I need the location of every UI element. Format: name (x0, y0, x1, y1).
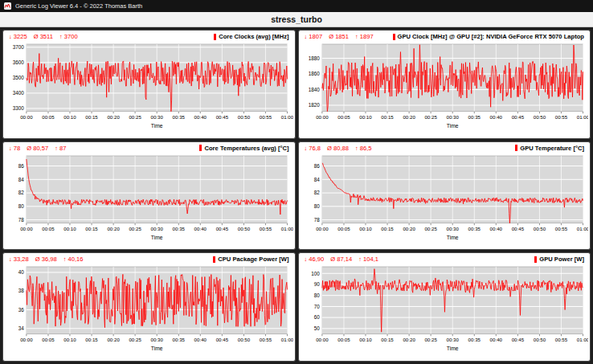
chart-title: Core Temperatures (avg) [°C] (199, 145, 288, 152)
svg-text:3400: 3400 (13, 90, 25, 96)
svg-text:00:55: 00:55 (554, 114, 567, 120)
stat-avg: 80,88 (333, 145, 349, 152)
max-arrow-icon: ↑ (59, 33, 63, 40)
stat-min: 33,28 (14, 256, 29, 263)
chart-panel-cpu-power: ↓33,28 Ø36,98 ↑40,16 CPU Package Power [… (2, 252, 296, 362)
svg-text:84: 84 (313, 176, 320, 182)
stat-max: 1897 (360, 33, 374, 40)
svg-text:00:35: 00:35 (173, 226, 186, 231)
chart-stats: ↓3225 Ø3511 ↑3700 (9, 33, 78, 40)
avg-symbol-icon: Ø (34, 33, 39, 40)
svg-text:00:45: 00:45 (216, 337, 229, 343)
svg-text:01:00: 01:00 (281, 226, 293, 231)
min-arrow-icon: ↓ (305, 145, 308, 152)
svg-text:01:00: 01:00 (281, 114, 293, 120)
svg-text:Time: Time (151, 346, 163, 351)
chart-area: 3300340035003600370000:0000:0500:1000:15… (3, 41, 295, 138)
chart-title: GPU Power [W] (534, 256, 584, 263)
svg-text:01:00: 01:00 (576, 114, 588, 120)
chart-area: 3436384000:0000:0500:1000:1500:2000:2500… (3, 264, 295, 361)
svg-text:00:50: 00:50 (238, 114, 251, 120)
svg-text:01:00: 01:00 (576, 226, 588, 231)
svg-text:00:30: 00:30 (446, 337, 459, 343)
chart-title-text: Core Temperatures (avg) [°C] (204, 145, 288, 152)
svg-text:00:35: 00:35 (173, 337, 186, 343)
chart-svg[interactable]: 3300340035003600370000:0000:0500:1000:15… (5, 41, 293, 137)
svg-text:00:25: 00:25 (424, 114, 437, 120)
svg-text:86: 86 (313, 163, 320, 169)
stat-avg: 80,57 (33, 145, 48, 152)
min-arrow-icon: ↓ (9, 256, 12, 263)
chart-title: CPU Package Power [W] (213, 256, 288, 263)
chart-panel-gpu-temp: ↓76,8 Ø80,88 ↑86,5 GPU Temperature [°C] … (298, 141, 591, 251)
app-icon (4, 2, 11, 10)
svg-text:00:10: 00:10 (359, 114, 372, 120)
svg-text:00:35: 00:35 (468, 226, 481, 231)
svg-text:00:25: 00:25 (129, 337, 141, 343)
chart-header: ↓46,90 Ø87,14 ↑104,1 GPU Power [W] (299, 253, 591, 264)
svg-text:00:45: 00:45 (511, 337, 524, 343)
svg-text:00:30: 00:30 (446, 226, 459, 231)
svg-text:00:00: 00:00 (20, 114, 33, 120)
svg-text:00:45: 00:45 (216, 114, 229, 120)
svg-text:70: 70 (313, 304, 320, 309)
chart-stats: ↓1807 Ø1851 ↑1897 (305, 33, 374, 40)
svg-text:Time: Time (446, 123, 458, 129)
max-arrow-icon: ↑ (355, 33, 358, 40)
svg-text:50: 50 (313, 325, 320, 331)
chart-header: ↓3225 Ø3511 ↑3700 Core Clocks (avg) [MHz… (3, 31, 295, 41)
chart-svg[interactable]: 788082848600:0000:0500:1000:1500:2000:25… (5, 153, 293, 249)
svg-text:40: 40 (18, 270, 25, 276)
stat-min: 76,8 (309, 145, 321, 152)
svg-text:00:50: 00:50 (238, 226, 251, 231)
max-arrow-icon: ↑ (358, 256, 362, 263)
stat-max: 3700 (64, 33, 78, 40)
svg-text:78: 78 (313, 217, 320, 223)
stat-min: 46,90 (309, 256, 324, 263)
svg-text:00:40: 00:40 (489, 226, 502, 231)
chart-svg[interactable]: 506070809010000:0000:0500:1000:1500:2000… (301, 264, 589, 360)
stat-avg: 1851 (335, 33, 349, 40)
svg-text:00:15: 00:15 (85, 114, 98, 120)
svg-text:00:55: 00:55 (260, 337, 272, 343)
svg-text:1860: 1860 (308, 71, 320, 76)
max-arrow-icon: ↑ (63, 256, 67, 263)
chart-svg[interactable]: 788082848600:0000:0500:1000:1500:2000:25… (301, 153, 589, 249)
chart-svg[interactable]: 182018401860188000:0000:0500:1000:1500:2… (301, 41, 589, 137)
svg-text:00:00: 00:00 (316, 114, 329, 120)
svg-text:00:25: 00:25 (129, 114, 141, 120)
svg-text:00:40: 00:40 (489, 337, 502, 343)
svg-text:00:50: 00:50 (238, 337, 251, 343)
svg-text:00:55: 00:55 (260, 226, 272, 231)
svg-text:01:00: 01:00 (576, 337, 588, 343)
chart-area: 788082848600:0000:0500:1000:1500:2000:25… (299, 153, 591, 250)
stat-avg: 3511 (40, 33, 53, 40)
chart-area: 506070809010000:0000:0500:1000:1500:2000… (299, 264, 591, 361)
svg-text:82: 82 (18, 190, 25, 195)
svg-text:80: 80 (18, 203, 25, 209)
svg-text:36: 36 (18, 307, 25, 313)
chart-title-text: CPU Package Power [W] (218, 256, 288, 263)
stat-max: 104,1 (363, 256, 378, 263)
svg-text:Time: Time (446, 234, 458, 239)
stat-max: 86,5 (360, 145, 372, 152)
svg-text:00:00: 00:00 (316, 337, 329, 343)
series-legend-marker (515, 145, 517, 151)
series-legend-marker (214, 34, 216, 40)
svg-text:3300: 3300 (13, 105, 25, 111)
chart-svg[interactable]: 3436384000:0000:0500:1000:1500:2000:2500… (5, 264, 293, 360)
chart-stats: ↓78 Ø80,57 ↑87 (9, 145, 66, 152)
svg-text:00:30: 00:30 (151, 337, 164, 343)
svg-text:00:25: 00:25 (424, 337, 437, 343)
avg-symbol-icon: Ø (327, 145, 332, 152)
svg-text:3500: 3500 (13, 75, 25, 80)
svg-text:00:40: 00:40 (194, 337, 207, 343)
max-arrow-icon: ↑ (355, 145, 358, 152)
svg-text:00:35: 00:35 (173, 114, 186, 120)
window-titlebar[interactable]: Generic Log Viewer 6.4 - © 2022 Thomas B… (0, 0, 593, 12)
series-legend-marker (199, 145, 202, 151)
chart-title-text: GPU Temperature [°C] (520, 145, 584, 152)
chart-title: GPU Clock [MHz] @ GPU [#2]: NVIDIA GeFor… (393, 33, 584, 40)
svg-text:00:15: 00:15 (85, 337, 98, 343)
svg-text:60: 60 (313, 315, 320, 321)
